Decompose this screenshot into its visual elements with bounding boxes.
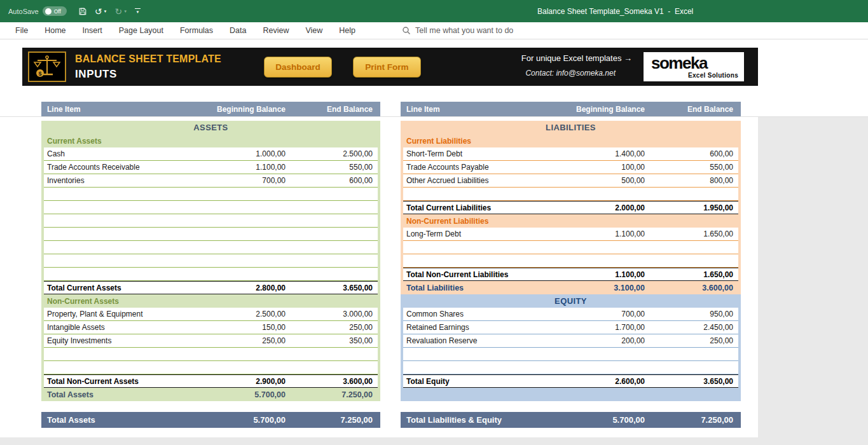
someka-tagline: Excel Solutions	[651, 72, 738, 79]
tab-data[interactable]: Data	[221, 22, 254, 39]
line-item-cell[interactable]: Trade Accounts Receivable	[44, 163, 189, 172]
end-balance-cell[interactable]: 600,00	[291, 176, 378, 185]
empty-row	[41, 361, 380, 374]
grand-total-label: Total Liabilities & Equity	[403, 415, 548, 425]
line-item-cell: Total Assets	[44, 390, 189, 399]
section-title: EQUITY	[403, 296, 738, 306]
tab-help[interactable]: Help	[331, 22, 364, 39]
beginning-balance-cell[interactable]: 250,00	[189, 336, 291, 345]
section-title-row: EQUITY	[401, 294, 741, 308]
data-row: Intangible Assets150,00250,00	[41, 321, 380, 334]
line-item-header: Line Item	[403, 105, 548, 114]
total-row: Total Equity2.600,003.650,00	[401, 374, 741, 388]
dashboard-button[interactable]: Dashboard	[264, 57, 332, 78]
line-item-cell: Total Liabilities	[403, 284, 548, 292]
line-item-cell[interactable]: Revaluation Reserve	[403, 336, 548, 345]
end-balance-cell[interactable]: 950,00	[650, 310, 738, 318]
tab-formulas[interactable]: Formulas	[172, 22, 221, 39]
line-item-cell[interactable]: Inventories	[44, 176, 189, 185]
data-row: Revaluation Reserve200,00250,00	[401, 334, 741, 348]
grand-total-label: Total Assets	[44, 415, 189, 425]
line-item-cell[interactable]: Short-Term Debt	[403, 149, 548, 158]
banner-titles: BALANCE SHEET TEMPLATE INPUTS	[75, 53, 221, 81]
data-row: Retained Earnings1.700,002.450,00	[401, 321, 741, 334]
empty-row	[401, 361, 741, 374]
customize-quick-access-toolbar-button[interactable]: ▼	[135, 8, 141, 14]
tab-file[interactable]: File	[7, 22, 36, 39]
end-balance-cell[interactable]: 350,00	[291, 336, 378, 345]
end-balance-cell[interactable]: 550,00	[291, 163, 378, 172]
line-item-cell[interactable]: Property, Plant & Equipment	[44, 310, 189, 318]
tell-me-search[interactable]: Tell me what you want to do	[402, 26, 513, 35]
beginning-balance-cell[interactable]: 1.400,00	[548, 149, 650, 158]
end-balance-cell: 1.950,00	[650, 203, 738, 212]
total-row: Total Non-Current Assets2.900,003.600,00	[41, 374, 380, 388]
bar-icon	[135, 8, 141, 9]
end-balance-cell[interactable]: 2.500,00	[291, 149, 378, 158]
redo-button[interactable]: ↻▼	[114, 6, 127, 17]
save-button[interactable]	[78, 7, 87, 16]
redo-icon: ↻	[114, 6, 122, 17]
beginning-balance-cell: 3.100,00	[548, 284, 650, 292]
line-item-cell[interactable]: Intangible Assets	[44, 323, 189, 332]
beginning-balance-cell[interactable]: 700,00	[548, 310, 650, 318]
section-title: ASSETS	[44, 123, 378, 132]
section-label-row: Current Assets	[41, 134, 380, 147]
contact-link[interactable]: Contact: info@someka.net	[525, 69, 616, 78]
line-item-cell[interactable]: Trade Accounts Payable	[403, 163, 548, 172]
beginning-balance-cell[interactable]: 1.000,00	[189, 149, 291, 158]
end-balance-cell[interactable]: 550,00	[650, 163, 738, 172]
end-balance-cell[interactable]: 2.450,00	[650, 323, 738, 332]
end-balance-cell[interactable]: 600,00	[650, 149, 738, 158]
line-item-cell: Current Liabilities	[403, 137, 548, 146]
end-balance-cell: 1.650,00	[650, 270, 738, 279]
chevron-down-icon: ▼	[123, 10, 127, 13]
beginning-balance-cell[interactable]: 1.100,00	[548, 229, 650, 238]
beginning-balance-cell[interactable]: 1.100,00	[189, 163, 291, 172]
end-balance-cell[interactable]: 1.650,00	[650, 229, 738, 238]
beginning-balance-cell[interactable]: 2.500,00	[189, 310, 291, 318]
tab-view[interactable]: View	[297, 22, 331, 39]
tab-review[interactable]: Review	[254, 22, 297, 39]
template-banner: $ BALANCE SHEET TEMPLATE INPUTS Dashboar…	[22, 48, 758, 86]
line-item-cell[interactable]: Retained Earnings	[403, 323, 548, 332]
beginning-balance-cell[interactable]: 150,00	[189, 323, 291, 332]
tab-home[interactable]: Home	[36, 22, 74, 39]
excel-titlebar: AutoSave Off ↺▼ ↻▼ ▼ Balance Sheet Templ…	[0, 0, 868, 22]
tab-insert[interactable]: Insert	[74, 22, 111, 39]
beginning-balance-cell[interactable]: 500,00	[548, 176, 650, 185]
empty-row	[41, 228, 380, 241]
beginning-balance-cell: 5.700,00	[189, 390, 291, 399]
end-balance-cell[interactable]: 800,00	[650, 176, 738, 185]
empty-row	[41, 254, 380, 268]
section-label-row: Non-Current Liabilities	[401, 214, 741, 228]
section-title-row: ASSETS	[41, 121, 380, 134]
balance-scale-logo-icon: $	[28, 51, 66, 82]
end-balance-cell[interactable]: 250,00	[291, 323, 378, 332]
print-form-button[interactable]: Print Form	[353, 57, 421, 78]
total-row: Total Current Liabilities2.000,001.950,0…	[401, 201, 741, 214]
line-item-cell[interactable]: Other Accrued Liabilities	[403, 176, 548, 185]
autosave-toggle[interactable]: Off	[43, 6, 67, 16]
sheet-background-right	[758, 117, 868, 445]
undo-button[interactable]: ↺▼	[95, 6, 107, 17]
end-balance-cell[interactable]: 3.000,00	[291, 310, 378, 318]
tab-page-layout[interactable]: Page Layout	[111, 22, 172, 39]
beginning-balance-cell: 2.900,00	[189, 377, 291, 386]
line-item-cell[interactable]: Equity Investments	[44, 336, 189, 345]
line-item-cell[interactable]: Cash	[44, 149, 189, 158]
beginning-balance-cell[interactable]: 1.700,00	[548, 323, 650, 332]
templates-link[interactable]: For unique Excel templates →	[521, 53, 632, 63]
line-item-cell[interactable]: Common Shares	[403, 310, 548, 318]
section-title: LIABILITIES	[403, 123, 738, 132]
beginning-balance-cell[interactable]: 700,00	[189, 176, 291, 185]
beginning-balance-cell[interactable]: 100,00	[548, 163, 650, 172]
someka-logo: someka Excel Solutions	[644, 52, 744, 81]
line-item-cell: Non-Current Assets	[44, 297, 189, 306]
beginning-balance-cell[interactable]: 200,00	[548, 336, 650, 345]
search-placeholder: Tell me what you want to do	[415, 26, 513, 35]
end-balance-header: End Balance	[650, 105, 738, 114]
line-item-cell[interactable]: Long-Term Debt	[403, 229, 548, 238]
liabilities-equity-table: Line ItemBeginning BalanceEnd BalanceLIA…	[401, 102, 741, 428]
end-balance-cell[interactable]: 250,00	[650, 336, 738, 345]
